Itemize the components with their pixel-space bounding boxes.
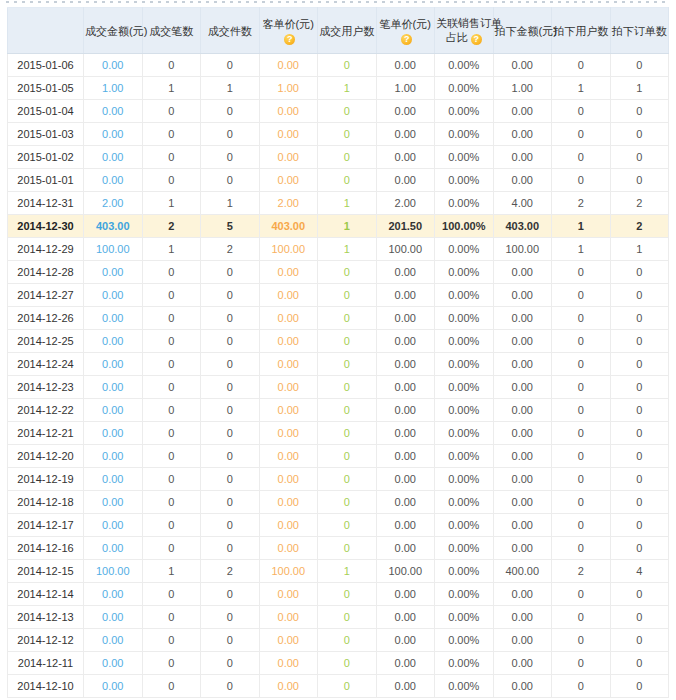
cell-placed-users: 0 [552, 100, 611, 123]
table-row[interactable]: 2015-01-060.00000.0000.000.00%0.0000 [8, 54, 669, 77]
table-row[interactable]: 2014-12-15100.0012100.001100.000.00%400.… [8, 560, 669, 583]
cell-deal-users: 1 [318, 77, 377, 100]
help-icon[interactable]: ? [401, 34, 412, 45]
cell-deal-amount: 0.00 [84, 514, 143, 537]
table-row[interactable]: 2014-12-270.00000.0000.000.00%0.0000 [8, 284, 669, 307]
table-row[interactable]: 2015-01-051.00111.0011.000.00%1.0011 [8, 77, 669, 100]
cell-deal-amount: 0.00 [84, 583, 143, 606]
row-date: 2015-01-02 [8, 146, 84, 169]
cell-deal-amount: 0.00 [84, 307, 143, 330]
row-date: 2015-01-04 [8, 100, 84, 123]
cell-related-sales-ratio: 0.00% [435, 284, 494, 307]
cell-placed-users: 2 [552, 560, 611, 583]
cell-deal-items: 0 [201, 629, 260, 652]
cell-placed-amount: 0.00 [493, 422, 552, 445]
cell-deal-count: 0 [142, 376, 201, 399]
cell-related-sales-ratio: 0.00% [435, 376, 494, 399]
table-row[interactable]: 2014-12-230.00000.0000.000.00%0.0000 [8, 376, 669, 399]
row-date: 2014-12-16 [8, 537, 84, 560]
cell-placed-amount: 0.00 [493, 169, 552, 192]
table-row[interactable]: 2014-12-110.00000.0000.000.00%0.0000 [8, 652, 669, 675]
cell-deal-users: 0 [318, 307, 377, 330]
cell-deal-items: 1 [201, 77, 260, 100]
col-header-deal-users: 成交用户数 [318, 8, 377, 54]
cell-placed-users: 1 [552, 238, 611, 261]
cell-related-sales-ratio: 0.00% [435, 123, 494, 146]
table-row[interactable]: 2014-12-130.00000.0000.000.00%0.0000 [8, 606, 669, 629]
cell-placed-orders: 0 [610, 54, 669, 77]
cell-placed-amount: 0.00 [493, 54, 552, 77]
help-icon[interactable]: ? [284, 34, 295, 45]
table-row[interactable]: 2014-12-200.00000.0000.000.00%0.0000 [8, 445, 669, 468]
cell-deal-users: 0 [318, 445, 377, 468]
cell-placed-users: 0 [552, 629, 611, 652]
table-row[interactable]: 2015-01-040.00000.0000.000.00%0.0000 [8, 100, 669, 123]
table-row[interactable]: 2014-12-190.00000.0000.000.00%0.0000 [8, 468, 669, 491]
table-row[interactable]: 2014-12-100.00000.0000.000.00%0.0000 [8, 675, 669, 698]
cell-placed-amount: 403.00 [493, 215, 552, 238]
cell-deal-users: 0 [318, 629, 377, 652]
cell-placed-amount: 4.00 [493, 192, 552, 215]
cell-customer-price: 0.00 [259, 261, 318, 284]
cell-related-sales-ratio: 0.00% [435, 353, 494, 376]
cell-related-sales-ratio: 100.00% [435, 215, 494, 238]
table-row[interactable]: 2015-01-030.00000.0000.000.00%0.0000 [8, 123, 669, 146]
cell-placed-orders: 1 [610, 238, 669, 261]
cell-deal-items: 0 [201, 284, 260, 307]
cell-customer-price: 0.00 [259, 445, 318, 468]
cell-deal-users: 0 [318, 652, 377, 675]
cell-customer-price: 0.00 [259, 629, 318, 652]
cell-order-price: 0.00 [376, 606, 435, 629]
cell-placed-amount: 0.00 [493, 514, 552, 537]
table-row[interactable]: 2014-12-312.00112.0012.000.00%4.0022 [8, 192, 669, 215]
table-row[interactable]: 2014-12-170.00000.0000.000.00%0.0000 [8, 514, 669, 537]
table-row[interactable]: 2014-12-250.00000.0000.000.00%0.0000 [8, 330, 669, 353]
table-row[interactable]: 2014-12-240.00000.0000.000.00%0.0000 [8, 353, 669, 376]
table-row[interactable]: 2014-12-260.00000.0000.000.00%0.0000 [8, 307, 669, 330]
help-icon[interactable]: ? [471, 34, 482, 45]
cell-placed-users: 0 [552, 123, 611, 146]
cell-placed-orders: 0 [610, 261, 669, 284]
cell-placed-orders: 2 [610, 215, 669, 238]
cell-deal-items: 0 [201, 652, 260, 675]
cell-order-price: 0.00 [376, 422, 435, 445]
table-row[interactable]: 2014-12-140.00000.0000.000.00%0.0000 [8, 583, 669, 606]
table-row[interactable]: 2014-12-280.00000.0000.000.00%0.0000 [8, 261, 669, 284]
cell-customer-price: 0.00 [259, 675, 318, 698]
row-date: 2014-12-23 [8, 376, 84, 399]
cell-deal-amount: 0.00 [84, 491, 143, 514]
cell-deal-count: 1 [142, 192, 201, 215]
cell-deal-amount: 100.00 [84, 560, 143, 583]
cell-deal-users: 1 [318, 238, 377, 261]
cell-deal-count: 0 [142, 675, 201, 698]
cell-placed-orders: 0 [610, 123, 669, 146]
table-row[interactable]: 2014-12-180.00000.0000.000.00%0.0000 [8, 491, 669, 514]
stats-table: 成交金额(元)成交笔数成交件数客单价(元)?成交用户数笔单价(元)?关联销售订单… [7, 7, 669, 698]
cell-placed-orders: 4 [610, 560, 669, 583]
col-header-label: 拍下订单数 [612, 24, 667, 38]
cell-deal-items: 0 [201, 330, 260, 353]
cell-order-price: 201.50 [376, 215, 435, 238]
table-row[interactable]: 2015-01-020.00000.0000.000.00%0.0000 [8, 146, 669, 169]
table-row[interactable]: 2014-12-220.00000.0000.000.00%0.0000 [8, 399, 669, 422]
cell-deal-count: 1 [142, 560, 201, 583]
row-date: 2014-12-31 [8, 192, 84, 215]
cell-customer-price: 0.00 [259, 353, 318, 376]
table-row[interactable]: 2015-01-010.00000.0000.000.00%0.0000 [8, 169, 669, 192]
table-row[interactable]: 2014-12-120.00000.0000.000.00%0.0000 [8, 629, 669, 652]
table-row[interactable]: 2014-12-30403.0025403.001201.50100.00%40… [8, 215, 669, 238]
chart-axis-ticks-remnant [6, 1, 670, 3]
cell-order-price: 0.00 [376, 514, 435, 537]
cell-placed-users: 0 [552, 376, 611, 399]
table-row[interactable]: 2014-12-210.00000.0000.000.00%0.0000 [8, 422, 669, 445]
cell-deal-users: 0 [318, 399, 377, 422]
row-date: 2014-12-12 [8, 629, 84, 652]
table-row[interactable]: 2014-12-29100.0012100.001100.000.00%100.… [8, 238, 669, 261]
cell-related-sales-ratio: 0.00% [435, 192, 494, 215]
row-date: 2014-12-17 [8, 514, 84, 537]
table-row[interactable]: 2014-12-160.00000.0000.000.00%0.0000 [8, 537, 669, 560]
col-header-label: 成交笔数 [149, 24, 193, 38]
cell-placed-users: 0 [552, 284, 611, 307]
cell-order-price: 0.00 [376, 261, 435, 284]
cell-deal-items: 0 [201, 491, 260, 514]
